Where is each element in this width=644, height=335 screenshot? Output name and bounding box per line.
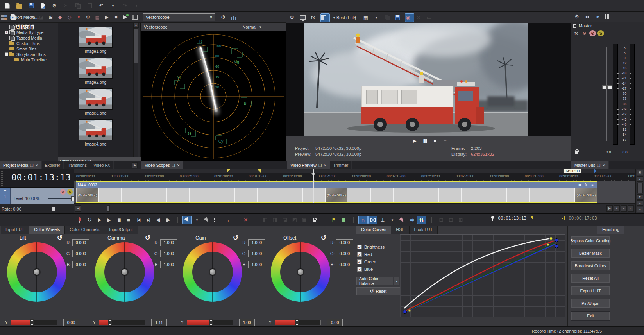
color-wheel-knob[interactable] [34, 269, 40, 275]
wheel-reset-icon[interactable] [57, 234, 63, 242]
zoom-tool-icon[interactable]: ⌕ [628, 205, 634, 212]
panel-grip[interactable] [1, 171, 3, 186]
rate-slider[interactable] [24, 209, 67, 209]
selection-length-value[interactable]: 00:00:17:03 [569, 216, 597, 221]
marker-bar[interactable]: +4:00:00 [74, 169, 635, 173]
auto-crossfade-icon[interactable] [368, 216, 377, 224]
luma-value-field[interactable]: 0.00 [63, 319, 79, 326]
zoom-out-track-icon[interactable]: − [637, 207, 643, 212]
timeline-horizontal-scrollbar[interactable]: ◀ ▶+−⌕ [74, 203, 635, 213]
master-fader-handles[interactable] [602, 85, 612, 89]
color-wheel-knob[interactable] [209, 269, 216, 275]
tab-hsl[interactable]: HSL [391, 226, 409, 234]
timeline-vertical-scrollbar[interactable]: ▣▲ ▼+− [635, 169, 644, 213]
color-wheel[interactable] [183, 242, 242, 302]
blue-value-field[interactable]: 0.000 [336, 261, 353, 268]
luma-slider-handle[interactable] [30, 319, 34, 326]
tab-transitions[interactable]: Transitions [64, 161, 90, 169]
go-to-start-icon[interactable]: |◀ [134, 216, 143, 224]
lock-event-icon[interactable] [309, 216, 319, 224]
fader-handle-left[interactable] [602, 85, 607, 89]
wheel-reset-icon[interactable] [145, 234, 150, 242]
loop-start-marker[interactable] [227, 169, 230, 173]
close-icon[interactable] [35, 163, 38, 168]
scroll-down-icon[interactable]: ▼ [637, 194, 643, 200]
video-track-header[interactable]: ≡ 1 ⊘ S Level: 100.0 % [0, 188, 74, 204]
media-thumbnail[interactable]: Image4.png [58, 115, 133, 146]
finishing-button[interactable]: Bézier Mask [571, 249, 610, 258]
loop-region-bar[interactable] [74, 171, 597, 171]
color-wheel-knob[interactable] [297, 269, 304, 275]
wheel-reset-icon[interactable] [321, 234, 326, 242]
loop-end-marker[interactable] [258, 169, 261, 173]
master-fx-icon[interactable]: fx [573, 30, 580, 36]
scrollbar-thumb[interactable] [107, 205, 110, 212]
bin-storyboard-bins[interactable]: − Storyboard Bins [0, 52, 58, 57]
enable-snapping-icon[interactable]: ∩ [358, 216, 368, 224]
finishing-button[interactable]: Bypass Color Grading [571, 236, 610, 245]
auto-preview-icon[interactable] [122, 13, 131, 22]
luma-slider[interactable] [187, 320, 233, 325]
undo-dropdown-icon[interactable]: ▾ [108, 1, 118, 11]
preview-menu-icon[interactable]: ≡ [441, 137, 449, 144]
import-media-button[interactable]: Import Media... [20, 13, 29, 22]
scroll-up-icon[interactable]: ▲ [637, 176, 643, 182]
master-properties-icon[interactable]: ⚙ [573, 13, 581, 21]
lock-fader-icon[interactable] [575, 151, 578, 154]
project-properties-icon[interactable]: ⚙ [49, 1, 59, 11]
dock-window-icon[interactable] [318, 163, 322, 168]
red-value-field[interactable]: 0.000 [336, 239, 353, 246]
tab-explorer[interactable]: Explorer [42, 161, 64, 169]
track-level-slider[interactable] [48, 198, 75, 199]
scrollbar-thumb[interactable] [134, 28, 138, 63]
media-thumbnail[interactable]: Image3.png [58, 85, 133, 115]
tree-expander-icon[interactable]: − [5, 52, 8, 56]
master-solo-icon[interactable]: S [597, 30, 604, 36]
event-menu-icon[interactable]: ≡ [589, 182, 596, 187]
tab-master-bus[interactable]: Master Bus [571, 161, 609, 169]
curve-editor[interactable] [400, 234, 565, 317]
plugin-gear-icon[interactable]: ⚙ [581, 30, 588, 36]
tab-video-scopes[interactable]: Video Scopes [141, 161, 183, 169]
close-icon[interactable] [602, 163, 605, 168]
tab-color-curves[interactable]: Color Curves [356, 226, 391, 234]
preview-play-icon[interactable]: ▶ [411, 137, 419, 144]
checkbox-checked-icon[interactable] [357, 252, 362, 257]
checkbox-checked-icon[interactable] [357, 259, 362, 264]
overlays-dropdown-icon[interactable]: ▾ [373, 13, 383, 22]
finishing-button[interactable]: Pin/Unpin [571, 299, 610, 308]
preview-quality-button[interactable]: Best (Full) [342, 13, 351, 22]
dim-output-icon[interactable]: ◂▾ [593, 13, 601, 21]
media-thumbnail[interactable]: Image2.png [58, 54, 133, 85]
previous-frame-icon[interactable]: ◀▮ [153, 216, 163, 224]
fader-controls-icon[interactable] [603, 13, 611, 21]
envelope-edit-tool-icon[interactable] [202, 216, 211, 224]
open-project-icon[interactable] [14, 1, 24, 11]
red-value-field[interactable]: 1.000 [248, 239, 265, 246]
video-fx-icon[interactable]: fx [310, 13, 319, 22]
luma-slider[interactable] [11, 320, 57, 325]
color-wheel[interactable] [7, 242, 66, 302]
color-scopes-icon[interactable]: ◉ [405, 13, 414, 22]
dock-window-icon[interactable] [30, 163, 33, 168]
checkbox-checked-icon[interactable] [357, 267, 362, 272]
quantize-dropdown-icon[interactable]: ▾ [388, 216, 397, 224]
curves-reset-button[interactable]: Reset [356, 287, 400, 295]
close-icon[interactable] [177, 163, 180, 168]
finishing-button[interactable]: Broadcast Colors [571, 261, 610, 270]
close-icon[interactable] [324, 163, 327, 168]
scope-selector-dropdown[interactable]: Vectorscope ∨ [143, 13, 215, 21]
luma-slider-handle[interactable] [295, 319, 299, 326]
tab-project-media[interactable]: Project Media [0, 161, 42, 169]
clip-body[interactable]: (Media Offline) (Media Offline) (Media O… [76, 188, 597, 202]
preview-stop-icon[interactable]: ■ [113, 13, 122, 22]
edit-tool-dropdown-icon[interactable]: ▾ [192, 216, 202, 224]
stop-icon[interactable]: ■ [124, 216, 133, 224]
clip-header[interactable]: MAX_0002 ▣fx≡ [76, 182, 597, 188]
track-solo-icon[interactable]: S [67, 189, 73, 195]
media-scrollbar[interactable]: ▲ ▼ [133, 23, 138, 165]
track-mute-icon[interactable]: ⊘ [60, 189, 66, 195]
curve-channel-checkbox[interactable]: Red [357, 252, 399, 257]
green-value-field[interactable]: 1.000 [160, 250, 177, 257]
scroll-left-icon[interactable]: ◀ [75, 205, 81, 212]
